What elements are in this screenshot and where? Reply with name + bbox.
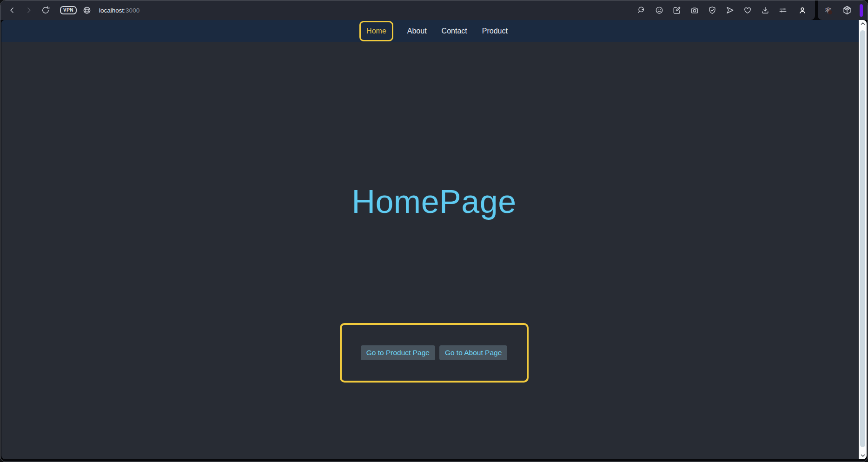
forward-button[interactable] (22, 3, 36, 17)
page-viewport: Home About Contact Product HomePage Go t… (1, 20, 867, 459)
extensions-area: ⚛ (818, 0, 868, 20)
go-to-about-button[interactable]: Go to About Page (439, 345, 507, 360)
shield-check-icon (708, 6, 717, 15)
forward-arrow-icon (24, 6, 33, 15)
toolbar-right (635, 3, 809, 17)
browser-chrome: VPN localhost:3000 (0, 0, 868, 20)
reactions-button[interactable] (652, 4, 666, 17)
nav-link-contact[interactable]: Contact (441, 27, 468, 35)
smiley-icon (655, 6, 664, 15)
react-devtools-extension-icon[interactable]: ⚛ (822, 5, 834, 16)
nav-link-home[interactable]: Home (366, 27, 386, 35)
chevron-up-icon (861, 22, 865, 26)
profile-avatar-button[interactable] (795, 3, 809, 17)
scrollbar-up-button[interactable] (859, 20, 867, 27)
scrollbar[interactable] (859, 20, 867, 459)
reload-icon (41, 6, 50, 15)
url-host: localhost (99, 7, 124, 14)
highlight-annotation-cta: Go to Product Page Go to About Page (340, 323, 529, 383)
sidebar-pill-indicator[interactable] (860, 4, 863, 17)
scrollbar-down-button[interactable] (859, 452, 867, 459)
downloads-button[interactable] (758, 4, 772, 17)
heart-icon (743, 6, 752, 15)
scrollbar-thumb[interactable] (860, 30, 865, 447)
camera-icon (690, 6, 699, 15)
url-port: :3000 (124, 7, 139, 14)
reload-button[interactable] (39, 3, 53, 17)
cube-icon (842, 5, 852, 15)
browser-window: VPN localhost:3000 (0, 0, 868, 462)
download-icon (761, 6, 770, 15)
highlight-annotation-home: Home (359, 21, 393, 41)
send-plane-icon (725, 6, 735, 15)
compose-edit-icon (672, 6, 682, 15)
globe-icon[interactable] (82, 6, 92, 15)
flow-send-button[interactable] (723, 4, 736, 17)
nav-link-product[interactable]: Product (481, 27, 509, 35)
site-navbar: Home About Contact Product (1, 20, 867, 42)
package-cube-icon[interactable] (840, 4, 854, 17)
address-bar[interactable]: localhost:3000 (99, 7, 139, 14)
nav-link-about[interactable]: About (406, 27, 428, 35)
settings-panel-button[interactable] (776, 4, 789, 17)
toolbar: VPN localhost:3000 (0, 0, 815, 20)
vpn-badge[interactable]: VPN (60, 6, 77, 14)
compose-button[interactable] (670, 4, 683, 17)
page-title: HomePage (1, 184, 867, 220)
search-zoom-icon (637, 6, 646, 15)
go-to-product-button[interactable]: Go to Product Page (361, 345, 435, 360)
back-button[interactable] (5, 3, 19, 17)
tune-sliders-icon (778, 6, 788, 15)
chevron-down-icon (861, 454, 865, 457)
privacy-button[interactable] (705, 4, 719, 17)
search-button[interactable] (635, 4, 648, 17)
person-icon (798, 6, 807, 15)
snapshot-button[interactable] (688, 4, 701, 17)
bookmarks-button[interactable] (741, 4, 754, 17)
back-arrow-icon (7, 6, 17, 15)
